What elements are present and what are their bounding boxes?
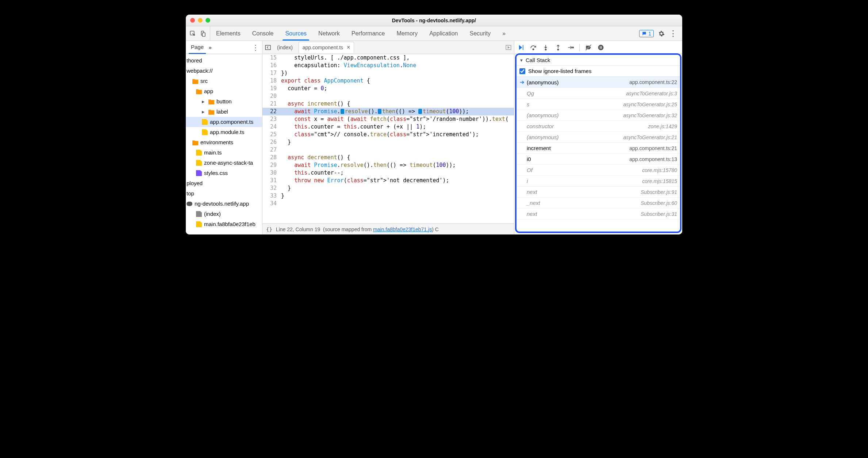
sourcemap-link[interactable]: main.fa8bfa0e23f1eb71.js — [373, 226, 432, 232]
gutter[interactable]: 22 — [262, 108, 279, 115]
run-snippet-icon[interactable] — [505, 44, 512, 51]
tabs-overflow-icon[interactable]: » — [496, 26, 511, 41]
code-editor[interactable]: 15 styleUrls. [ ./app.component.css ],16… — [262, 54, 514, 224]
call-stack-frame[interactable]: nextSubscriber.js:91 — [516, 187, 680, 198]
code-line[interactable]: 24 this.counter = this.counter + (+x || … — [262, 123, 514, 131]
call-stack-frame[interactable]: nextSubscriber.js:31 — [516, 209, 680, 220]
deactivate-breakpoints-icon[interactable] — [585, 44, 592, 51]
show-ignored-checkbox[interactable] — [519, 68, 525, 74]
tree-item[interactable]: styles.css — [186, 168, 262, 178]
code-line[interactable]: 17}) — [262, 69, 514, 77]
gutter[interactable]: 28 — [262, 154, 279, 161]
gutter[interactable]: 27 — [262, 146, 279, 154]
gutter[interactable]: 16 — [262, 62, 279, 69]
code-line[interactable]: 18export class AppComponent { — [262, 77, 514, 85]
resume-icon[interactable] — [517, 44, 525, 51]
code-line[interactable]: 33} — [262, 192, 514, 200]
call-stack-frame[interactable]: (anonymous)asyncToGenerator.js:21 — [516, 132, 680, 143]
code-line[interactable]: 22 await Promise.resolve().then(() => ti… — [262, 108, 514, 115]
tree-item[interactable]: main.ts — [186, 148, 262, 158]
tree-item[interactable]: zone-async-stack-ta — [186, 158, 262, 168]
tree-item[interactable]: app.module.ts — [186, 127, 262, 137]
tree-item[interactable]: environments — [186, 137, 262, 148]
tree-item[interactable]: app.component.ts — [186, 117, 262, 127]
gutter[interactable]: 25 — [262, 131, 279, 138]
code-line[interactable]: 28 async decrement() { — [262, 154, 514, 161]
tree-item[interactable]: webpack:// — [186, 66, 262, 76]
tree-item[interactable]: ployed — [186, 178, 262, 188]
navigator-page-tab[interactable]: Page — [189, 41, 206, 54]
close-icon[interactable]: × — [347, 44, 350, 51]
call-stack-frame[interactable]: i0app.component.ts:13 — [516, 154, 680, 165]
code-line[interactable]: 34 — [262, 200, 514, 207]
call-stack-frame[interactable]: icore.mjs:15815 — [516, 176, 680, 187]
call-stack-frame[interactable]: QgasyncToGenerator.js:3 — [516, 88, 680, 99]
gutter[interactable]: 30 — [262, 169, 279, 177]
step-icon[interactable] — [567, 44, 574, 51]
call-stack-frame[interactable]: Ofcore.mjs:15780 — [516, 165, 680, 176]
code-line[interactable]: 16 encapsulation: ViewEncapsulation.None — [262, 62, 514, 69]
step-into-icon[interactable] — [542, 44, 549, 51]
step-out-icon[interactable] — [554, 44, 562, 51]
code-line[interactable]: 20 — [262, 92, 514, 100]
gear-icon[interactable] — [658, 30, 665, 37]
tab-memory[interactable]: Memory — [391, 26, 423, 41]
tab-security[interactable]: Security — [464, 26, 496, 41]
call-stack-frame[interactable]: constructorzone.js:1429 — [516, 121, 680, 132]
code-line[interactable]: 25 class="cmt">// console.trace(class="s… — [262, 131, 514, 138]
gutter[interactable]: 24 — [262, 123, 279, 131]
call-stack-frame[interactable]: incrementapp.component.ts:21 — [516, 143, 680, 154]
code-line[interactable]: 31 throw new Error(class="str">'not decr… — [262, 177, 514, 184]
step-over-icon[interactable] — [530, 44, 537, 51]
call-stack-frame[interactable]: sasyncToGenerator.js:25 — [516, 99, 680, 110]
gutter[interactable]: 23 — [262, 115, 279, 123]
minimize-icon[interactable] — [198, 18, 203, 23]
tree-item[interactable]: ng-devtools.netlify.app — [186, 199, 262, 209]
call-stack-frame[interactable]: (anonymous)asyncToGenerator.js:32 — [516, 110, 680, 121]
code-line[interactable]: 27 — [262, 146, 514, 154]
maximize-icon[interactable] — [206, 18, 210, 23]
file-tree[interactable]: thoredwebpack://srcapp▸button▸labelapp.c… — [186, 54, 262, 234]
code-line[interactable]: 23 const x = await (await fetch(class="s… — [262, 115, 514, 123]
code-line[interactable]: 19 counter = 0; — [262, 85, 514, 92]
tree-item[interactable]: (index) — [186, 209, 262, 219]
tab-elements[interactable]: Elements — [210, 26, 246, 41]
call-stack-header[interactable]: Call Stack — [516, 55, 680, 66]
gutter[interactable]: 17 — [262, 69, 279, 77]
gutter[interactable]: 32 — [262, 184, 279, 192]
tree-item[interactable]: app — [186, 86, 262, 96]
show-ignored-toggle[interactable]: Show ignore-listed frames — [516, 66, 680, 77]
gutter[interactable]: 21 — [262, 100, 279, 108]
inspect-icon[interactable] — [189, 30, 196, 37]
pause-exceptions-icon[interactable] — [597, 44, 604, 51]
tree-item[interactable]: ▸button — [186, 96, 262, 107]
code-line[interactable]: 26 } — [262, 138, 514, 146]
navigator-more-icon[interactable]: ⋮ — [252, 43, 259, 52]
tab-performance[interactable]: Performance — [346, 26, 391, 41]
code-line[interactable]: 32 } — [262, 184, 514, 192]
gutter[interactable]: 31 — [262, 177, 279, 184]
tree-item[interactable]: ▸label — [186, 107, 262, 117]
tab-network[interactable]: Network — [312, 26, 346, 41]
gutter[interactable]: 33 — [262, 192, 279, 200]
gutter[interactable]: 29 — [262, 161, 279, 169]
gutter[interactable]: 18 — [262, 77, 279, 85]
code-line[interactable]: 21 async increment() { — [262, 100, 514, 108]
gutter[interactable]: 15 — [262, 54, 279, 62]
editor-tab[interactable]: (index) — [273, 42, 296, 53]
code-line[interactable]: 15 styleUrls. [ ./app.component.css ], — [262, 54, 514, 62]
issues-chip[interactable]: 1 — [639, 30, 654, 37]
tree-item[interactable]: thored — [186, 56, 262, 66]
gutter[interactable]: 26 — [262, 138, 279, 146]
tab-console[interactable]: Console — [246, 26, 280, 41]
code-line[interactable]: 30 this.counter--; — [262, 169, 514, 177]
navigator-overflow-icon[interactable]: » — [209, 45, 212, 50]
tree-item[interactable]: top — [186, 188, 262, 199]
editor-tab[interactable]: app.component.ts× — [299, 42, 354, 53]
device-icon[interactable] — [200, 30, 206, 37]
close-icon[interactable] — [190, 18, 195, 23]
gutter[interactable]: 19 — [262, 85, 279, 92]
tab-sources[interactable]: Sources — [279, 26, 312, 41]
gutter[interactable]: 20 — [262, 92, 279, 100]
tree-item[interactable]: main.fa8bfa0e23f1eb — [186, 219, 262, 229]
